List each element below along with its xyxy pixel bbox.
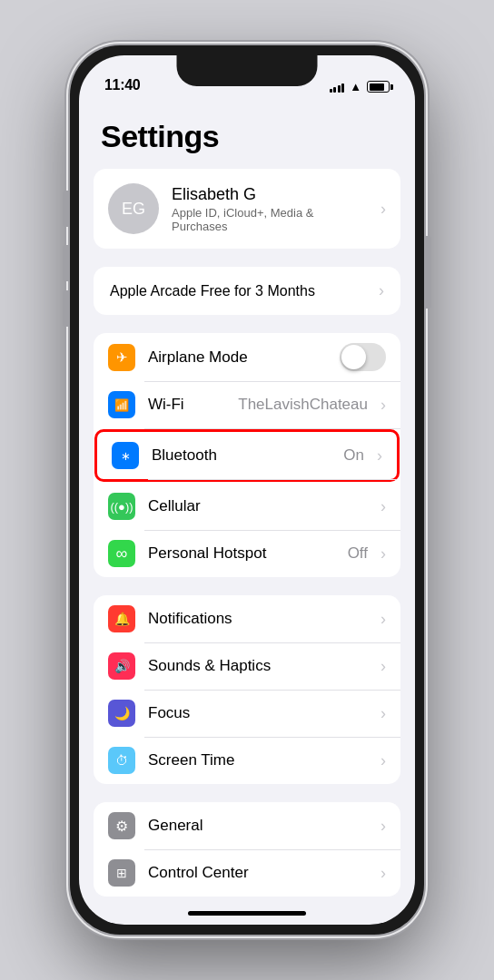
system-group: 🔔 Notifications › 🔊 Sounds & Haptics › 🌙 [94, 595, 400, 784]
control-center-label: Control Center [148, 864, 368, 882]
signal-bar-2 [333, 87, 336, 93]
focus-label: Focus [148, 704, 368, 722]
bluetooth-symbol: ∗ [121, 449, 131, 463]
sounds-label: Sounds & Haptics [148, 657, 368, 675]
wifi-value: TheLavishChateau [238, 396, 368, 414]
profile-name: Elisabeth G [172, 185, 368, 204]
settings-content: Settings EG Elisabeth G Apple ID, iCloud… [79, 101, 415, 925]
status-icons: ▲ [330, 80, 390, 93]
bluetooth-value: On [343, 446, 364, 465]
bluetooth-icon: ∗ [112, 442, 139, 469]
cellular-chevron-icon: › [380, 497, 386, 516]
sounds-chevron-icon: › [380, 657, 386, 676]
focus-chevron-icon: › [380, 704, 386, 723]
screentime-icon: ⏱ [108, 747, 135, 774]
home-indicator[interactable] [188, 911, 306, 916]
control-center-row[interactable]: ⊞ Control Center › [94, 849, 400, 897]
airplane-mode-label: Airplane Mode [148, 348, 327, 367]
profile-card[interactable]: EG Elisabeth G Apple ID, iCloud+, Media … [94, 169, 400, 249]
notifications-chevron-icon: › [380, 610, 386, 629]
control-chevron-icon: › [380, 864, 386, 883]
notch [177, 55, 318, 86]
promo-chevron-icon: › [379, 281, 384, 300]
avatar: EG [108, 183, 159, 234]
wifi-chevron-icon: › [380, 396, 386, 415]
wifi-symbol: 📶 [114, 398, 129, 412]
wifi-icon: 📶 [108, 391, 135, 418]
notifications-row[interactable]: 🔔 Notifications › [94, 595, 400, 642]
notifications-symbol: 🔔 [114, 612, 130, 626]
screentime-label: Screen Time [148, 751, 368, 769]
wifi-row[interactable]: 📶 Wi-Fi TheLavishChateau › [94, 381, 400, 428]
focus-row[interactable]: 🌙 Focus › [94, 690, 400, 737]
sounds-icon: 🔊 [108, 652, 135, 680]
notifications-label: Notifications [148, 610, 368, 628]
wifi-label: Wi-Fi [148, 396, 225, 414]
battery-fill [370, 83, 384, 91]
hotspot-row[interactable]: ∞ Personal Hotspot Off › [94, 530, 400, 577]
cellular-symbol: ((●)) [110, 500, 133, 514]
signal-bars-icon [330, 82, 345, 93]
airplane-symbol: ✈ [116, 349, 128, 366]
sounds-symbol: 🔊 [114, 659, 130, 673]
promo-banner[interactable]: Apple Arcade Free for 3 Months › [94, 267, 400, 315]
sounds-row[interactable]: 🔊 Sounds & Haptics › [94, 642, 400, 690]
general-chevron-icon: › [380, 817, 386, 836]
signal-bar-1 [330, 89, 332, 93]
hotspot-icon: ∞ [108, 540, 135, 567]
battery-icon [367, 81, 390, 93]
signal-bar-3 [338, 85, 341, 93]
general-icon: ⚙ [108, 812, 135, 839]
general-label: General [148, 817, 368, 835]
status-time: 11:40 [104, 77, 140, 93]
profile-chevron-icon: › [380, 200, 386, 219]
control-symbol: ⊞ [116, 866, 127, 880]
general-symbol: ⚙ [115, 818, 128, 835]
wifi-status-icon: ▲ [350, 80, 361, 93]
focus-icon: 🌙 [108, 700, 135, 727]
phone-shell: 11:40 ▲ Settings EG [70, 45, 424, 935]
hotspot-chevron-icon: › [380, 544, 386, 564]
hotspot-symbol: ∞ [116, 544, 128, 564]
profile-info: Elisabeth G Apple ID, iCloud+, Media & P… [172, 185, 368, 233]
hotspot-label: Personal Hotspot [148, 544, 335, 563]
promo-text: Apple Arcade Free for 3 Months [110, 283, 315, 299]
screentime-row[interactable]: ⏱ Screen Time › [94, 737, 400, 784]
cellular-icon: ((●)) [108, 493, 135, 520]
page-title: Settings [79, 101, 415, 169]
bluetooth-label: Bluetooth [152, 446, 331, 465]
airplane-mode-icon: ✈ [108, 344, 135, 371]
bluetooth-chevron-icon: › [377, 446, 382, 466]
signal-bar-4 [341, 83, 344, 93]
airplane-mode-row[interactable]: ✈ Airplane Mode [94, 333, 400, 381]
screentime-chevron-icon: › [380, 751, 386, 770]
notifications-icon: 🔔 [108, 605, 135, 632]
bluetooth-row[interactable]: ∗ Bluetooth On › [94, 429, 400, 482]
cellular-row[interactable]: ((●)) Cellular › [94, 483, 400, 530]
focus-symbol: 🌙 [114, 706, 130, 720]
hotspot-value: Off [348, 544, 368, 563]
general-group: ⚙ General › ⊞ Control Center › [94, 802, 400, 897]
screentime-symbol: ⏱ [115, 753, 128, 768]
general-row[interactable]: ⚙ General › [94, 802, 400, 849]
connectivity-group: ✈ Airplane Mode 📶 Wi-Fi TheLavishChateau… [94, 333, 400, 577]
profile-subtitle: Apple ID, iCloud+, Media & Purchases [172, 206, 368, 233]
phone-screen: 11:40 ▲ Settings EG [79, 55, 415, 925]
control-center-icon: ⊞ [108, 859, 135, 887]
cellular-label: Cellular [148, 497, 368, 515]
airplane-mode-toggle[interactable] [340, 343, 386, 371]
